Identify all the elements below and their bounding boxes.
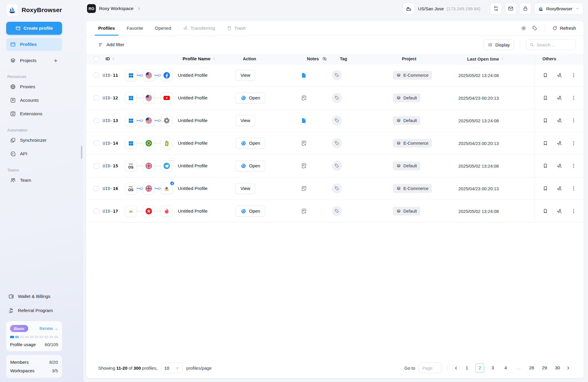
bookmark-icon[interactable] [542, 140, 548, 146]
sidebar-scrollbar[interactable] [81, 146, 82, 159]
next-page-button[interactable] [566, 366, 571, 371]
more-options-icon[interactable] [571, 72, 577, 78]
sidebar-item-team[interactable]: Team [6, 174, 62, 187]
sidebar-item-profiles[interactable]: Profiles [6, 38, 62, 51]
page-button-1[interactable]: 1 [462, 363, 471, 373]
profiles-icon [10, 41, 16, 47]
tag-icon[interactable] [332, 70, 342, 80]
row-checkbox[interactable] [94, 73, 99, 78]
lock-button[interactable] [519, 3, 531, 14]
add-filter-button[interactable]: Add filter [98, 42, 124, 48]
page-button-3[interactable]: 3 [488, 363, 497, 373]
more-options-icon[interactable] [571, 163, 577, 169]
transfer-profile-icon[interactable] [557, 163, 562, 169]
tab-trash[interactable]: Trash [223, 21, 249, 35]
sidebar-item-referral[interactable]: Referral Program [6, 303, 62, 318]
renew-link[interactable]: Renew → [39, 326, 58, 331]
page-button-4[interactable]: 4 [501, 363, 510, 373]
page-button-30[interactable]: 30 [553, 363, 562, 373]
sidebar-item-wallet[interactable]: Wallet & Billings [6, 289, 62, 303]
settings-gear-icon[interactable] [521, 25, 527, 31]
transfer-profile-icon[interactable] [557, 208, 562, 214]
row-checkbox[interactable] [94, 163, 99, 169]
note-add-icon[interactable] [301, 208, 307, 214]
bookmark-icon[interactable] [542, 118, 548, 124]
bookmark-icon[interactable] [542, 95, 548, 101]
open-profile-button[interactable]: Open [235, 206, 265, 217]
sort-icon[interactable] [212, 57, 216, 61]
prev-page-button[interactable] [454, 366, 459, 371]
sidebar-item-synchroinzer[interactable]: Synchroinzer [6, 134, 62, 147]
bookmark-icon[interactable] [542, 72, 548, 78]
sidebar-item-proxies[interactable]: Proxies [6, 80, 62, 94]
sidebar-item-accounts[interactable]: Accounts [6, 94, 62, 107]
note-filled-icon[interactable] [301, 72, 307, 79]
bookmark-icon[interactable] [542, 208, 548, 214]
note-add-icon[interactable] [301, 95, 307, 101]
transfer-profile-icon[interactable] [557, 140, 562, 146]
row-checkbox[interactable] [94, 208, 99, 214]
more-options-icon[interactable] [571, 95, 577, 101]
note-filled-icon[interactable] [301, 117, 307, 124]
row-checkbox[interactable] [94, 186, 99, 191]
page-button-2-active[interactable]: 2 [475, 363, 484, 373]
view-profile-button[interactable]: View [235, 183, 255, 194]
sort-icon[interactable] [111, 57, 116, 61]
note-add-icon[interactable] [301, 163, 307, 169]
workspace-switcher[interactable]: RO Roxy Workspace [87, 4, 141, 13]
sidebar-item-api[interactable]: API [6, 147, 62, 161]
tag-icon[interactable] [332, 116, 342, 126]
tag-icon[interactable] [332, 138, 342, 148]
refresh-button[interactable]: Refresh [552, 26, 576, 31]
proxy-router-button[interactable] [403, 3, 415, 14]
goto-page-input[interactable] [419, 363, 442, 373]
row-checkbox[interactable] [94, 95, 99, 101]
transfer-profile-icon[interactable] [557, 72, 562, 78]
divider [447, 365, 447, 371]
tag-manager-icon[interactable] [532, 25, 538, 31]
more-options-icon[interactable] [571, 208, 577, 214]
tab-transferring[interactable]: Transferring [179, 21, 218, 35]
sidebar-item-extensions[interactable]: Extensions [6, 107, 62, 121]
add-project-icon[interactable] [53, 58, 58, 63]
row-checkbox[interactable] [94, 118, 99, 123]
tag-icon[interactable] [332, 206, 342, 216]
bookmark-icon[interactable] [542, 186, 548, 191]
toolbar: Add filter Display [86, 36, 584, 54]
note-add-icon[interactable] [301, 140, 307, 146]
profile-name: Untitled Profile [177, 64, 232, 86]
account-menu-button[interactable]: RoxyBrowser [534, 3, 583, 14]
sidebar-item-projects[interactable]: Projects [6, 54, 62, 67]
page-button-29[interactable]: 29 [540, 363, 549, 373]
page-button-28[interactable]: 28 [527, 363, 536, 373]
page-size-select[interactable]: 10 [161, 363, 183, 373]
open-profile-button[interactable]: Open [235, 92, 265, 104]
row-checkbox[interactable] [94, 141, 99, 146]
view-profile-button[interactable]: View [235, 115, 255, 126]
view-profile-button[interactable]: View [235, 70, 255, 81]
tab-favorite[interactable]: Favorite [123, 21, 147, 35]
note-add-icon[interactable] [301, 185, 307, 192]
open-profile-button[interactable]: Open [235, 138, 265, 149]
transfer-profile-icon[interactable] [557, 95, 562, 101]
transfer-profile-icon[interactable] [557, 186, 562, 191]
more-options-icon[interactable] [571, 140, 577, 146]
display-button[interactable]: Display [484, 39, 514, 50]
sort-icon[interactable] [500, 57, 505, 61]
more-options-icon[interactable] [571, 186, 577, 191]
tag-icon[interactable] [332, 93, 342, 103]
select-all-checkbox[interactable] [94, 56, 99, 61]
tab-opened[interactable]: Opened [151, 21, 175, 35]
search-input[interactable] [537, 42, 569, 47]
tag-icon[interactable] [332, 161, 342, 171]
tab-profiles[interactable]: Profiles [95, 21, 118, 35]
transfer-profile-icon[interactable] [557, 118, 562, 124]
more-options-icon[interactable] [571, 118, 577, 124]
open-profile-button[interactable]: Open [235, 160, 265, 171]
sync-button[interactable] [490, 3, 502, 14]
tag-icon[interactable] [332, 184, 342, 193]
bookmark-icon[interactable] [542, 163, 548, 169]
profile-id: UID-12 [103, 96, 118, 100]
mail-button[interactable] [505, 3, 517, 14]
create-profile-button[interactable]: Create profile [6, 22, 62, 35]
